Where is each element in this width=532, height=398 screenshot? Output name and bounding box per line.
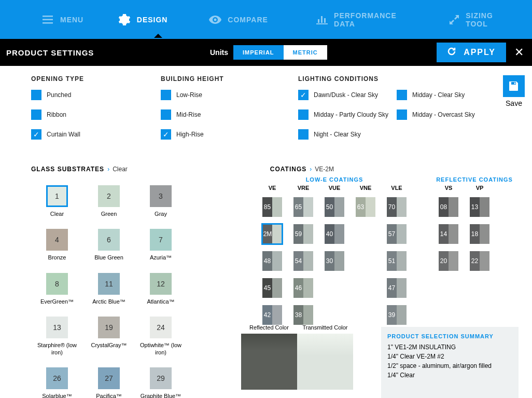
substrate-swatch[interactable]: 29 xyxy=(150,367,172,389)
substrate-swatch[interactable]: 26 xyxy=(46,367,68,389)
coating-swatch[interactable]: 18 xyxy=(469,223,491,245)
coating-swatch[interactable]: 20 xyxy=(438,250,459,272)
substrate-swatch[interactable]: 19 xyxy=(98,317,120,338)
substrate-swatch[interactable]: 2 xyxy=(98,185,120,207)
close-icon[interactable]: ✕ xyxy=(514,46,524,59)
substrate-name: EverGreen™ xyxy=(31,298,83,305)
substrates-selected: Clear xyxy=(113,166,128,173)
units-toggle: IMPERIAL METRIC xyxy=(233,45,327,60)
checkbox-item[interactable]: ✓Curtain Wall xyxy=(31,129,140,140)
substrate-name: Bronze xyxy=(31,254,83,261)
substrate-name: Arctic Blue™ xyxy=(83,298,135,305)
units-imperial[interactable]: IMPERIAL xyxy=(233,45,284,60)
checkbox-item[interactable]: Midday - Overcast Sky xyxy=(397,109,495,120)
checkbox xyxy=(161,90,171,100)
expand-icon xyxy=(449,13,459,26)
checkbox-item[interactable]: ✓High-Rise xyxy=(161,129,277,140)
checkbox-item[interactable]: ✓Dawn/Dusk - Clear Sky xyxy=(298,90,397,100)
coating-swatch[interactable]: 42 xyxy=(261,304,283,326)
coating-swatch[interactable]: 48 xyxy=(261,250,283,272)
substrate-item: 24Optiwhite™ (low iron) xyxy=(135,317,187,356)
substrate-swatch[interactable]: 7 xyxy=(150,229,172,251)
substrates-header: GLASS SUBSTRATES › Clear xyxy=(31,166,128,173)
coating-swatch[interactable]: 65 xyxy=(292,196,314,218)
checkbox-item[interactable]: Midday - Clear Sky xyxy=(397,90,495,100)
substrate-swatch[interactable]: 27 xyxy=(98,367,120,389)
checkbox-item[interactable]: Midday - Partly Cloudy Sky xyxy=(298,109,397,120)
coating-swatch[interactable]: 59 xyxy=(292,223,314,245)
coating-swatch[interactable]: 13 xyxy=(469,196,491,218)
substrate-swatch[interactable]: 6 xyxy=(98,229,120,251)
coatings-selected: VE-2M xyxy=(315,166,334,173)
substrate-swatch[interactable]: 13 xyxy=(46,317,68,338)
coating-swatch[interactable]: 45 xyxy=(261,277,283,299)
coating-swatch[interactable]: 38 xyxy=(292,304,314,326)
building-height-title: BUILDING HEIGHT xyxy=(161,75,277,83)
checkbox xyxy=(31,90,41,100)
coating-swatch[interactable]: 30 xyxy=(324,250,345,272)
coating-swatch[interactable]: 47 xyxy=(386,277,408,299)
substrate-swatch[interactable]: 12 xyxy=(150,273,172,295)
checkbox-item[interactable]: Low-Rise xyxy=(161,90,277,100)
nav-sizing[interactable]: SIZING TOOL xyxy=(449,11,511,28)
checkbox-item[interactable]: Ribbon xyxy=(31,109,140,120)
substrate-swatch[interactable]: 1 xyxy=(46,185,68,207)
nav-performance-label: PERFORMANCE DATA xyxy=(334,11,410,28)
checkbox-label: Low-Rise xyxy=(176,91,202,99)
coating-swatch[interactable]: 85 xyxy=(261,196,283,218)
coating-swatch[interactable]: 50 xyxy=(324,196,345,218)
substrate-swatch[interactable]: 11 xyxy=(98,273,120,295)
eye-icon xyxy=(209,13,221,26)
checkbox xyxy=(298,109,309,120)
coating-swatch[interactable]: 08 xyxy=(438,196,459,218)
summary-line: 1" VE1-2M INSULATING xyxy=(387,342,512,352)
checkbox-item[interactable]: Mid-Rise xyxy=(161,109,277,120)
nav-compare[interactable]: COMPARE xyxy=(209,13,268,26)
substrate-name: Starphire® (low iron) xyxy=(31,341,83,356)
substrate-item: 27Pacifica™ xyxy=(83,367,135,398)
preview-area: Reflected Color Transmitted Color xyxy=(241,324,353,390)
substrates-title: GLASS SUBSTRATES xyxy=(31,166,104,173)
substrate-name: CrystalGray™ xyxy=(83,341,135,349)
save-button[interactable] xyxy=(503,75,525,97)
coating-swatch[interactable]: 70 xyxy=(386,196,408,218)
checkbox xyxy=(397,90,407,100)
nav-design[interactable]: DESIGN xyxy=(118,13,168,26)
transmitted-label: Transmitted Color xyxy=(297,324,353,331)
coating-swatch[interactable]: 39 xyxy=(386,304,408,326)
coating-swatch[interactable]: 46 xyxy=(292,277,314,299)
coating-swatch[interactable]: 14 xyxy=(438,223,459,245)
nav-menu[interactable]: MENU xyxy=(41,13,83,26)
svg-rect-0 xyxy=(43,16,53,17)
nav-performance[interactable]: PERFORMANCE DATA xyxy=(316,11,410,28)
building-height-col: BUILDING HEIGHT Low-RiseMid-Rise✓High-Ri… xyxy=(161,75,277,140)
coating-swatch[interactable]: 57 xyxy=(386,223,408,245)
checkbox-label: Midday - Overcast Sky xyxy=(412,111,475,118)
coating-swatch[interactable]: 54 xyxy=(292,250,314,272)
checkbox-label: Curtain Wall xyxy=(47,131,80,138)
substrate-swatch[interactable]: 8 xyxy=(46,273,68,295)
apply-label: APPLY xyxy=(464,48,496,57)
apply-button[interactable]: APPLY xyxy=(437,43,506,62)
substrate-swatch[interactable]: 24 xyxy=(150,317,172,338)
nav-menu-label: MENU xyxy=(60,16,83,24)
substrate-swatch[interactable]: 4 xyxy=(46,229,68,251)
substrate-item: 19CrystalGray™ xyxy=(83,317,135,356)
checkbox-label: Dawn/Dusk - Clear Sky xyxy=(314,91,378,99)
checkbox: ✓ xyxy=(31,129,41,140)
lighting-title: LIGHTING CONDITIONS xyxy=(298,75,495,83)
gear-icon xyxy=(118,13,131,26)
checkbox-item[interactable]: Punched xyxy=(31,90,140,100)
substrate-swatch[interactable]: 3 xyxy=(150,185,172,207)
page-title: PRODUCT SETTINGS xyxy=(6,48,94,57)
svg-rect-4 xyxy=(316,23,328,24)
coating-swatch[interactable]: 40 xyxy=(324,223,345,245)
checkbox-item[interactable]: Night - Clear Sky xyxy=(298,129,397,140)
coatings-header: COATINGS › VE-2M xyxy=(270,166,334,173)
coating-swatch[interactable]: 51 xyxy=(386,250,408,272)
coating-swatch[interactable]: 2M xyxy=(261,223,283,245)
coating-swatch[interactable]: 22 xyxy=(469,250,491,272)
units-metric[interactable]: METRIC xyxy=(284,45,327,60)
coating-swatch[interactable]: 63 xyxy=(355,196,376,218)
nav-compare-label: COMPARE xyxy=(228,16,268,24)
